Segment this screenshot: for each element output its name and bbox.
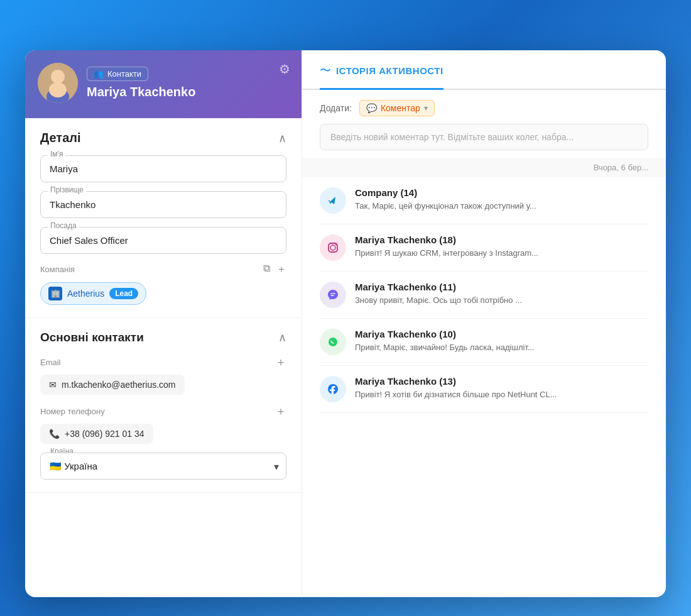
activity-content: Company (14) Так, Маріє, цей функціонал … — [355, 187, 648, 212]
comment-input-area[interactable]: Введіть новий коментар тут. Відмітьте ва… — [320, 124, 648, 150]
last-name-field: Прізвище — [40, 191, 286, 218]
details-section: Деталі ∧ Ім'я Прізвище Посада Компанія ⧉… — [25, 118, 302, 318]
first-name-input[interactable] — [40, 155, 286, 182]
activity-item: Mariya Tkachenko (11) Знову привіт, Марі… — [320, 272, 648, 319]
comment-dropdown-arrow-icon: ▾ — [424, 104, 428, 113]
date-divider: Вчора, 6 бер... — [302, 158, 666, 177]
instagram-avatar — [320, 234, 346, 261]
phone-chip: 📞 +38 (096) 921 01 34 — [40, 424, 153, 444]
activity-list: Company (14) Так, Маріє, цей функціонал … — [302, 177, 666, 597]
activity-item: Mariya Tkachenko (13) Привіт! Я хотів би… — [320, 366, 648, 413]
svg-point-5 — [324, 239, 342, 256]
svg-point-8 — [335, 244, 337, 245]
add-company-icon[interactable]: ＋ — [276, 263, 286, 276]
country-select-wrapper: 🇺🇦 Україна ▾ — [40, 453, 286, 480]
email-row: Email ＋ — [40, 355, 286, 370]
comment-badge-button[interactable]: 💬 Коментар ▾ — [359, 100, 435, 116]
last-name-label: Прізвище — [48, 185, 86, 194]
details-header: Деталі ∧ — [40, 131, 286, 145]
svg-point-1 — [51, 70, 65, 84]
gear-icon[interactable]: ⚙ — [279, 62, 290, 77]
external-link-icon[interactable]: ⧉ — [263, 263, 270, 276]
activity-item: Mariya Tkachenko (18) Привіт! Я шукаю CR… — [320, 224, 648, 272]
whatsapp-avatar — [320, 329, 346, 355]
svg-point-11 — [329, 338, 337, 346]
contacts-section-title: Основні контакти — [40, 331, 144, 344]
lead-badge: Lead — [109, 288, 138, 299]
email-label: Email — [40, 358, 61, 367]
activity-desc: Привіт, Маріє, звичайно! Будь ласка, над… — [355, 342, 648, 353]
left-panel: 👥 Контакти Mariya Tkachenko ⚙ Деталі ∧ І… — [25, 50, 302, 597]
activity-desc: Привіт! Я шукаю CRM, інтегровану з Insta… — [355, 248, 648, 259]
contacts-section-header: Основні контакти ∧ — [40, 331, 286, 344]
details-chevron-icon[interactable]: ∧ — [278, 131, 286, 145]
contact-name: Mariya Tkachenko — [87, 85, 289, 99]
activity-desc: Привіт! Я хотів би дізнатися більше про … — [355, 389, 648, 400]
main-container: 👥 Контакти Mariya Tkachenko ⚙ Деталі ∧ І… — [25, 50, 666, 597]
country-field: Країна 🇺🇦 Україна ▾ — [40, 453, 286, 480]
first-name-field: Ім'я — [40, 155, 286, 182]
phone-label: Номер телефону — [40, 407, 105, 416]
activity-desc: Знову привіт, Маріє. Ось що тобі потрібн… — [355, 295, 648, 306]
details-title: Деталі — [40, 131, 81, 145]
add-phone-button[interactable]: ＋ — [275, 404, 286, 419]
company-chip-icon: 🏢 — [48, 287, 62, 300]
activity-tab-label: ІСТОРІЯ АКТИВНОСТІ — [336, 65, 443, 76]
last-name-input[interactable] — [40, 191, 286, 218]
email-chip: ✉ m.tkachenko@aetherius.com — [40, 375, 185, 395]
activity-item: Mariya Tkachenko (10) Привіт, Маріє, зви… — [320, 319, 648, 366]
activity-title: Company (14) — [355, 187, 648, 198]
activity-content: Mariya Tkachenko (13) Привіт! Я хотів би… — [355, 376, 648, 400]
company-chip-name: Aetherius — [67, 289, 104, 299]
country-select[interactable]: 🇺🇦 Україна — [40, 453, 286, 480]
contacts-chevron-icon[interactable]: ∧ — [278, 331, 286, 344]
avatar — [38, 63, 78, 103]
company-chip[interactable]: 🏢 Aetherius Lead — [40, 282, 146, 305]
position-input[interactable] — [40, 227, 286, 254]
contacts-badge: 👥 Контакти — [87, 67, 148, 81]
company-label: Компанія — [40, 265, 75, 274]
position-field: Посада — [40, 227, 286, 254]
first-name-label: Ім'я — [48, 150, 65, 158]
header-info: 👥 Контакти Mariya Tkachenko — [87, 67, 289, 99]
people-icon: 👥 — [94, 69, 104, 79]
comment-icon: 💬 — [366, 103, 377, 113]
activity-item: Company (14) Так, Маріє, цей функціонал … — [320, 177, 648, 224]
comment-placeholder-text: Введіть новий коментар тут. Відмітьте ва… — [330, 132, 574, 142]
activity-title: Mariya Tkachenko (13) — [355, 376, 648, 387]
telegram-avatar — [320, 187, 346, 214]
add-comment-row: Додати: 💬 Коментар ▾ — [302, 90, 666, 124]
activity-content: Mariya Tkachenko (18) Привіт! Я шукаю CR… — [355, 234, 648, 259]
position-label: Посада — [48, 221, 79, 230]
activity-header: 〜 ІСТОРІЯ АКТИВНОСТІ — [302, 50, 666, 90]
activity-title: Mariya Tkachenko (10) — [355, 329, 648, 339]
right-panel: 〜 ІСТОРІЯ АКТИВНОСТІ Додати: 💬 Коментар … — [302, 50, 666, 597]
svg-point-3 — [49, 82, 67, 97]
activity-tab[interactable]: 〜 ІСТОРІЯ АКТИВНОСТІ — [320, 63, 443, 90]
email-value: m.tkachenko@aetherius.com — [62, 380, 176, 390]
add-email-button[interactable]: ＋ — [275, 355, 286, 370]
company-row: Компанія ⧉ ＋ — [40, 263, 286, 276]
phone-value: +38 (096) 921 01 34 — [65, 429, 144, 439]
activity-content: Mariya Tkachenko (10) Привіт, Маріє, зви… — [355, 329, 648, 353]
activity-tab-icon: 〜 — [320, 63, 331, 78]
facebook-avatar — [320, 376, 346, 402]
email-icon: ✉ — [49, 380, 57, 390]
contact-header: 👥 Контакти Mariya Tkachenko ⚙ — [25, 50, 302, 118]
viber-avatar — [320, 282, 346, 308]
add-label: Додати: — [320, 103, 352, 113]
contacts-section: Основні контакти ∧ Email ＋ ✉ m.tkachenko… — [25, 318, 302, 493]
phone-row: Номер телефону ＋ — [40, 404, 286, 419]
activity-title: Mariya Tkachenko (11) — [355, 282, 648, 292]
company-icons: ⧉ ＋ — [263, 263, 286, 276]
activity-content: Mariya Tkachenko (11) Знову привіт, Марі… — [355, 282, 648, 306]
activity-desc: Так, Маріє, цей функціонал також доступн… — [355, 201, 648, 212]
phone-icon: 📞 — [49, 429, 60, 439]
comment-badge-label: Коментар — [381, 103, 420, 113]
activity-title: Mariya Tkachenko (18) — [355, 234, 648, 245]
